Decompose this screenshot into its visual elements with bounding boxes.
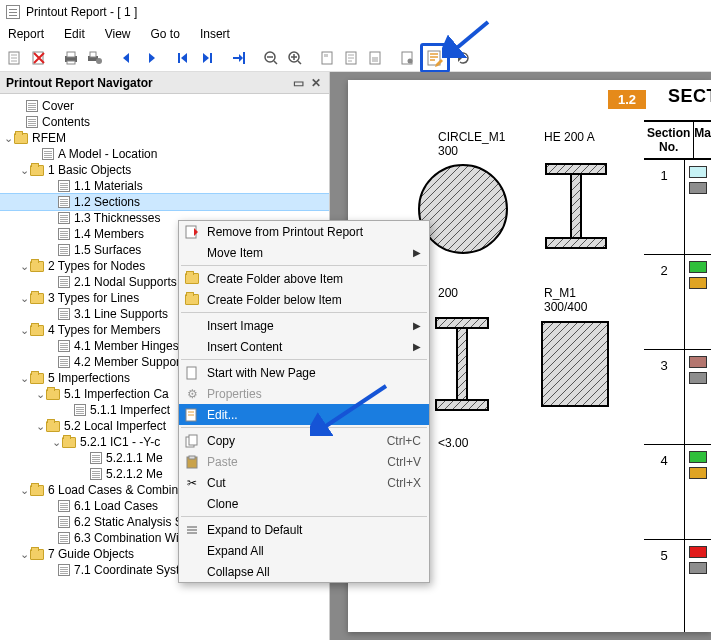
page-b-icon[interactable] [340,47,362,69]
page-c-icon[interactable] [364,47,386,69]
ctx-edit[interactable]: Edit... [179,404,429,425]
expand-toggle[interactable]: ⌄ [18,322,30,338]
folder-icon [62,437,76,448]
zoom-in-icon[interactable] [284,47,306,69]
next-page-icon[interactable] [140,47,162,69]
tree-cover[interactable]: Cover [42,98,74,114]
ctx-remove[interactable]: Remove from Printout Report [179,221,429,242]
doc-icon [58,564,70,576]
color-chip [689,261,707,273]
dock-icon[interactable]: ▭ [291,76,305,90]
expand-toggle[interactable]: ⌄ [18,162,30,178]
tree-imperf[interactable]: 5 Imperfections [48,370,130,386]
menu-edit[interactable]: Edit [64,27,85,41]
cell-section-no: 2 [644,255,685,349]
context-menu: Remove from Printout Report Move Item▶ C… [178,220,430,583]
menu-goto[interactable]: Go to [151,27,180,41]
expand-toggle[interactable]: ⌄ [34,386,46,402]
svg-rect-28 [436,400,488,410]
tree-mhinges[interactable]: 4.1 Member Hinges [74,338,179,354]
expand-toggle[interactable]: ⌄ [18,290,30,306]
tree-contents[interactable]: Contents [42,114,90,130]
ctx-clone[interactable]: Clone [179,493,429,514]
copy-icon [183,432,201,450]
ctx-expand-default[interactable]: Expand to Default [179,519,429,540]
menu-view[interactable]: View [105,27,131,41]
doc-icon [42,148,54,160]
first-page-icon[interactable] [172,47,194,69]
page-a-icon[interactable] [316,47,338,69]
tree-impcases[interactable]: 5.1 Imperfection Ca [64,386,169,402]
svg-rect-11 [243,52,245,64]
tree-thick[interactable]: 1.3 Thicknesses [74,210,161,226]
goto-icon[interactable] [228,47,250,69]
tree-guide[interactable]: 7 Guide Objects [48,546,134,562]
svg-rect-24 [571,174,581,238]
tree-model[interactable]: A Model - Location [58,146,157,162]
expand-toggle[interactable]: ⌄ [18,482,30,498]
delete-icon[interactable] [28,47,50,69]
tree-tlines[interactable]: 3 Types for Lines [48,290,139,306]
ctx-copy[interactable]: CopyCtrl+C [179,430,429,451]
tree-materials[interactable]: 1.1 Materials [74,178,143,194]
tree-mimp2[interactable]: 5.2.1.2 Me [106,466,163,482]
ctx-create-folder-above[interactable]: Create Folder above Item [179,268,429,289]
svg-rect-34 [189,435,197,445]
tree-nodalsup[interactable]: 2.1 Nodal Supports [74,274,177,290]
folder-icon [46,389,60,400]
ctx-expand-all[interactable]: Expand All [179,540,429,561]
expand-toggle[interactable]: ⌄ [34,418,46,434]
tree-members[interactable]: 1.4 Members [74,226,144,242]
ctx-cut[interactable]: ✂CutCtrl+X [179,472,429,493]
tree-impcases11[interactable]: 5.1.1 Imperfect [90,402,170,418]
expand-toggle[interactable]: ⌄ [50,434,62,450]
paste-icon [183,453,201,471]
tree-combwiz[interactable]: 6.3 Combination Wi [74,530,179,546]
tree-sections[interactable]: 1.2 Sections [74,194,140,210]
last-page-icon[interactable] [196,47,218,69]
expand-toggle[interactable]: ⌄ [18,370,30,386]
folder-icon [30,293,44,304]
ctx-create-folder-below[interactable]: Create Folder below Item [179,289,429,310]
menu-report[interactable]: Report [8,27,44,41]
tree-basic[interactable]: 1 Basic Objects [48,162,131,178]
ctx-move[interactable]: Move Item▶ [179,242,429,263]
table-row: 3 [644,350,711,445]
prev-page-icon[interactable] [116,47,138,69]
tree-linesup[interactable]: 3.1 Line Supports [74,306,168,322]
tree-ic1[interactable]: 5.2.1 IC1 - -Y-c [80,434,160,450]
close-icon[interactable]: ✕ [309,76,323,90]
ctx-insert-content[interactable]: Insert Content▶ [179,336,429,357]
expand-toggle[interactable]: ⌄ [2,130,14,146]
ctx-collapse-all[interactable]: Collapse All [179,561,429,582]
ibeam-shape-2 [434,316,490,412]
folder-icon [14,133,28,144]
tree-loadcomb[interactable]: 6 Load Cases & Combin [48,482,178,498]
ctx-insert-image[interactable]: Insert Image▶ [179,315,429,336]
callout-arrow-toolbar [442,18,492,58]
page-d-icon[interactable] [396,47,418,69]
folder-down-icon [183,291,201,309]
expand-toggle[interactable]: ⌄ [18,546,30,562]
tree-tnodes[interactable]: 2 Types for Nodes [48,258,145,274]
menu-insert[interactable]: Insert [200,27,230,41]
svg-point-22 [419,165,507,253]
tree-mimp[interactable]: 5.2.1.1 Me [106,450,163,466]
cell-material [685,445,711,539]
zoom-out-icon[interactable] [260,47,282,69]
label-x3: <3.00 [438,436,468,450]
tree-rfem[interactable]: RFEM [32,130,66,146]
tree-tmembers[interactable]: 4 Types for Members [48,322,161,338]
tree-loadcases[interactable]: 6.1 Load Cases [74,498,158,514]
new-icon[interactable] [4,47,26,69]
print-icon[interactable] [60,47,82,69]
print-setup-icon[interactable] [84,47,106,69]
folder-icon [30,373,44,384]
expand-toggle[interactable]: ⌄ [18,258,30,274]
page-icon [183,364,201,382]
tree-surfaces[interactable]: 1.5 Surfaces [74,242,141,258]
tree-msupports[interactable]: 4.2 Member Suppor [74,354,180,370]
tree-localimp[interactable]: 5.2 Local Imperfect [64,418,166,434]
ctx-new-page[interactable]: Start with New Page [179,362,429,383]
tree-staticset[interactable]: 6.2 Static Analysis S [74,514,183,530]
